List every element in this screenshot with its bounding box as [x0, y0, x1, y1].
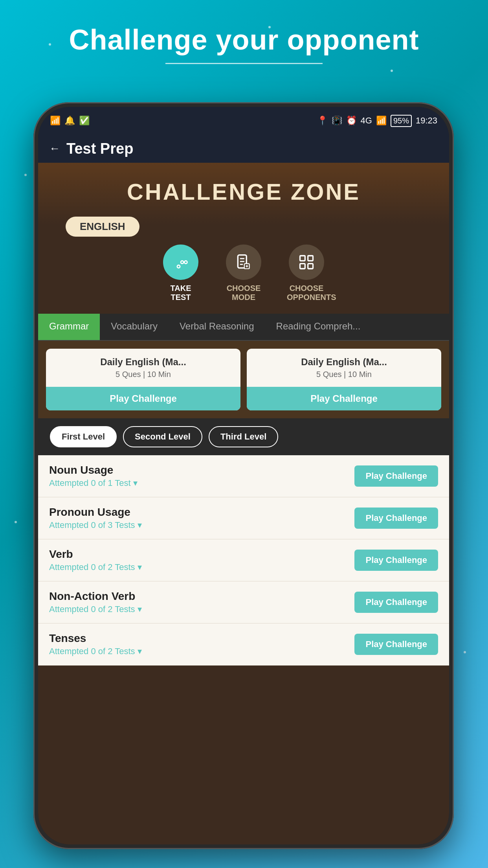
topic-name-tenses: Tenses: [49, 632, 354, 645]
take-test-circle: [163, 245, 198, 280]
topic-attempt-tenses: Attempted 0 of 2 Tests ▾: [49, 646, 354, 657]
topic-info-pronoun: Pronoun Usage Attempted 0 of 3 Tests ▾: [49, 506, 354, 530]
topic-attempt-noun: Attempted 0 of 1 Test ▾: [49, 478, 354, 488]
header-title: Challenge your opponent: [0, 24, 488, 56]
sliders-icon: [172, 254, 189, 271]
nav-title: Test Prep: [66, 140, 133, 157]
card-body-1: Daily English (Ma... 5 Ques | 10 Min: [46, 349, 240, 387]
action-icons-row: TAKE TEST: [38, 237, 449, 314]
cards-section: Daily English (Ma... 5 Ques | 10 Min Pla…: [38, 341, 449, 418]
tab-reading-comprehension[interactable]: Reading Compreh...: [265, 314, 372, 340]
signal-label: 4G: [361, 116, 372, 126]
tabs-row: Grammar Vocabulary Verbal Reasoning Read…: [38, 314, 449, 341]
action-icon-choose-opponents[interactable]: CHOOSE OPPONENTS: [287, 245, 326, 302]
topic-name-non-action-verb: Non-Action Verb: [49, 590, 354, 603]
content-area: CHALLENGE ZONE ENGLISH: [38, 163, 449, 844]
chevron-down-icon-3: ▾: [138, 562, 142, 572]
topic-info-noun: Noun Usage Attempted 0 of 1 Test ▾: [49, 464, 354, 488]
header-area: Challenge your opponent: [0, 24, 488, 64]
status-left: 📶 🔔 ✅: [50, 116, 90, 126]
card-title-1: Daily English (Ma...: [54, 357, 233, 368]
tab-verbal-reasoning[interactable]: Verbal Reasoning: [169, 314, 265, 340]
nav-bar: ← Test Prep: [38, 134, 449, 163]
time-label: 19:23: [416, 116, 437, 126]
play-challenge-btn-1[interactable]: Play Challenge: [46, 387, 240, 410]
topic-row-noun-usage: Noun Usage Attempted 0 of 1 Test ▾ Play …: [38, 455, 449, 497]
level-selector: First Level Second Level Third Level: [38, 418, 449, 455]
phone-frame: 📶 🔔 ✅ 📍 📳 ⏰ 4G 📶 95% 19:23 ← Test Prep: [33, 102, 454, 849]
wifi-icon: 📶: [50, 116, 61, 126]
back-button[interactable]: ←: [49, 142, 60, 155]
card-subtitle-1: 5 Ques | 10 Min: [54, 370, 233, 379]
challenge-card-2: Daily English (Ma... 5 Ques | 10 Min Pla…: [247, 349, 441, 410]
svg-point-1: [184, 261, 187, 263]
battery-label: 95%: [391, 115, 412, 127]
topic-attempt-verb: Attempted 0 of 2 Tests ▾: [49, 562, 354, 572]
vibrate-icon: 📳: [332, 116, 342, 126]
challenge-card-1: Daily English (Ma... 5 Ques | 10 Min Pla…: [46, 349, 240, 410]
topic-row-verb: Verb Attempted 0 of 2 Tests ▾ Play Chall…: [38, 539, 449, 581]
svg-rect-10: [300, 256, 305, 261]
status-right: 📍 📳 ⏰ 4G 📶 95% 19:23: [317, 115, 437, 127]
tab-vocabulary[interactable]: Vocabulary: [100, 314, 169, 340]
topic-row-tenses: Tenses Attempted 0 of 2 Tests ▾ Play Cha…: [38, 623, 449, 666]
notification-icon: 🔔: [64, 116, 75, 126]
action-icon-choose-mode[interactable]: CHOOSE MODE: [224, 245, 263, 302]
topic-info-tenses: Tenses Attempted 0 of 2 Tests ▾: [49, 632, 354, 657]
topic-info-non-action-verb: Non-Action Verb Attempted 0 of 2 Tests ▾: [49, 590, 354, 614]
choose-mode-circle: [226, 245, 261, 280]
topic-row-pronoun-usage: Pronoun Usage Attempted 0 of 3 Tests ▾ P…: [38, 497, 449, 539]
action-icon-take-test[interactable]: TAKE TEST: [161, 245, 200, 302]
topic-row-non-action-verb: Non-Action Verb Attempted 0 of 2 Tests ▾…: [38, 581, 449, 623]
check-icon: ✅: [79, 116, 90, 126]
choose-mode-label: CHOOSE MODE: [224, 284, 263, 302]
svg-rect-11: [308, 256, 313, 261]
challenge-zone-title: CHALLENGE ZONE: [50, 178, 437, 205]
choose-opponents-circle: [289, 245, 324, 280]
svg-rect-13: [308, 264, 313, 269]
phone-inner: 📶 🔔 ✅ 📍 📳 ⏰ 4G 📶 95% 19:23 ← Test Prep: [38, 107, 449, 844]
play-challenge-pronoun[interactable]: Play Challenge: [354, 508, 438, 529]
card-title-2: Daily English (Ma...: [255, 357, 433, 368]
chevron-down-icon: ▾: [133, 478, 138, 488]
status-bar: 📶 🔔 ✅ 📍 📳 ⏰ 4G 📶 95% 19:23: [38, 107, 449, 134]
topic-name-noun: Noun Usage: [49, 464, 354, 476]
header-underline: [165, 63, 323, 64]
signal-bars: 📶: [376, 116, 387, 126]
chevron-down-icon-5: ▾: [138, 646, 142, 657]
play-challenge-verb[interactable]: Play Challenge: [354, 550, 438, 571]
level-btn-first[interactable]: First Level: [50, 426, 117, 447]
tab-grammar[interactable]: Grammar: [38, 314, 100, 340]
challenge-header: CHALLENGE ZONE ENGLISH: [38, 163, 449, 224]
topic-name-verb: Verb: [49, 548, 354, 561]
topic-attempt-non-action-verb: Attempted 0 of 2 Tests ▾: [49, 604, 354, 614]
play-challenge-tenses[interactable]: Play Challenge: [354, 634, 438, 655]
grid-icon: [298, 254, 315, 271]
location-icon: 📍: [317, 116, 328, 126]
alarm-icon: ⏰: [346, 116, 357, 126]
subject-badge[interactable]: ENGLISH: [66, 217, 139, 237]
level-btn-third[interactable]: Third Level: [209, 426, 278, 447]
level-btn-second[interactable]: Second Level: [123, 426, 202, 447]
document-icon: [235, 254, 252, 271]
topic-attempt-pronoun: Attempted 0 of 3 Tests ▾: [49, 520, 354, 530]
svg-point-2: [177, 265, 180, 268]
take-test-label: TAKE TEST: [161, 284, 200, 302]
topic-info-verb: Verb Attempted 0 of 2 Tests ▾: [49, 548, 354, 572]
play-challenge-btn-2[interactable]: Play Challenge: [247, 387, 441, 410]
card-body-2: Daily English (Ma... 5 Ques | 10 Min: [247, 349, 441, 387]
topic-list: Noun Usage Attempted 0 of 1 Test ▾ Play …: [38, 455, 449, 666]
play-challenge-noun[interactable]: Play Challenge: [354, 465, 438, 487]
play-challenge-non-action-verb[interactable]: Play Challenge: [354, 592, 438, 613]
choose-opponents-label: CHOOSE OPPONENTS: [287, 284, 326, 302]
topic-name-pronoun: Pronoun Usage: [49, 506, 354, 519]
svg-rect-12: [300, 264, 305, 269]
card-subtitle-2: 5 Ques | 10 Min: [255, 370, 433, 379]
chevron-down-icon-2: ▾: [138, 520, 142, 530]
svg-point-0: [181, 261, 183, 263]
chevron-down-icon-4: ▾: [138, 604, 142, 614]
